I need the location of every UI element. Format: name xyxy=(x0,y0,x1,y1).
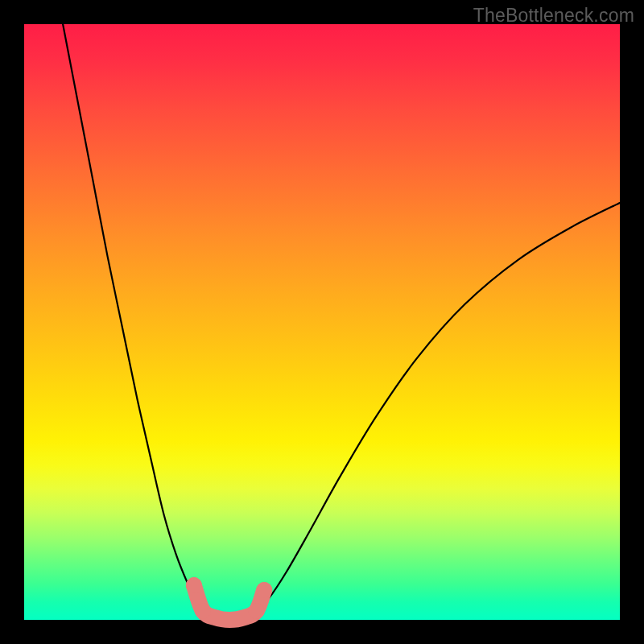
valley-highlight-bead-left-upper xyxy=(186,577,202,593)
plot-area xyxy=(24,24,620,620)
valley-highlight-bead-right-upper xyxy=(256,582,272,598)
outer-frame: TheBottleneck.com xyxy=(0,0,644,644)
curve-layer xyxy=(24,24,620,620)
curve-right-branch xyxy=(257,203,620,611)
valley-highlight-bead-left-lower xyxy=(195,603,211,619)
watermark-text: TheBottleneck.com xyxy=(473,5,634,27)
valley-highlight-bead-right-lower xyxy=(249,603,265,619)
curve-left-branch xyxy=(63,24,203,611)
